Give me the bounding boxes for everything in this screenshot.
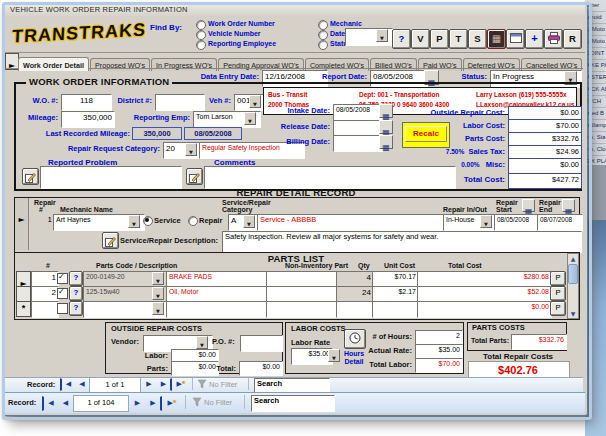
- subnav-new-record-button[interactable]: ▶*: [172, 378, 190, 391]
- mainnav-first-button[interactable]: ◀: [42, 396, 59, 411]
- find-by-combo-arrow-icon[interactable]: [376, 29, 388, 42]
- parts-row-checkbox[interactable]: [57, 288, 68, 299]
- bg-list-item: adlamp: [585, 120, 606, 132]
- reported-problem-edit-button[interactable]: [22, 168, 39, 185]
- radio-date[interactable]: [318, 30, 328, 40]
- repair-inout-arrow-icon[interactable]: [480, 215, 492, 228]
- district-field[interactable]: [155, 94, 205, 111]
- description-label: Service/Repair Description:: [120, 236, 218, 245]
- reported-problem-field[interactable]: [40, 166, 182, 189]
- scroll-down-icon[interactable]: ▼: [568, 309, 578, 318]
- subnav-previous-button[interactable]: ◀: [75, 378, 89, 391]
- p-button[interactable]: P: [430, 29, 449, 49]
- scroll-up-icon[interactable]: ▲: [568, 254, 578, 263]
- print-button[interactable]: [544, 29, 563, 49]
- cost-label-text: Labor Cost:: [463, 121, 505, 130]
- total-labor-label: Total Labor:: [365, 360, 412, 369]
- description-edit-button[interactable]: [102, 232, 119, 249]
- subnav-first-button[interactable]: ◀: [60, 378, 76, 391]
- total-repair-costs-label: Total Repair Costs: [468, 352, 568, 361]
- repair-row-selector[interactable]: ►: [15, 198, 29, 250]
- window-switch-button[interactable]: [506, 29, 525, 49]
- hours-detail-button[interactable]: [344, 329, 366, 349]
- repair-end-calendar-icon[interactable]: [562, 199, 575, 212]
- mechanic-combo-arrow-icon[interactable]: [128, 215, 140, 228]
- parts-p-button[interactable]: P: [550, 286, 566, 301]
- parts-p-button[interactable]: P: [550, 271, 566, 286]
- mileage-field[interactable]: 350,000: [61, 111, 115, 128]
- parts-code-arrow-icon[interactable]: [152, 272, 164, 285]
- tab-in-progress[interactable]: In Progress WO's: [151, 58, 217, 71]
- parts-desc-field[interactable]: [166, 301, 268, 318]
- radio-mechanic[interactable]: [318, 20, 328, 30]
- tab-work-order-detail[interactable]: Work Order Detail: [18, 57, 89, 71]
- repair-start-field[interactable]: 08/05/2008: [494, 214, 540, 231]
- s-button[interactable]: S: [468, 29, 487, 49]
- repair-radio[interactable]: [188, 216, 198, 226]
- outside-repair-cost-label: Outside Repair Cost:: [360, 108, 505, 117]
- parts-help-button[interactable]: ?: [69, 301, 83, 316]
- radio-status[interactable]: [318, 40, 328, 50]
- labor-rate-combo[interactable]: $35.00: [291, 348, 333, 365]
- record-selector-arrow-icon: ►: [15, 214, 28, 226]
- reporting-emp-arrow-icon[interactable]: [244, 112, 256, 125]
- repair-end-field[interactable]: 08/07/2008: [537, 214, 583, 231]
- service-radio[interactable]: [143, 216, 153, 226]
- t-button[interactable]: T: [449, 29, 468, 49]
- parts-noninv-field[interactable]: [266, 301, 338, 318]
- add-record-button[interactable]: +: [525, 29, 544, 49]
- parts-code-arrow-icon[interactable]: [152, 287, 164, 300]
- scrollbar-thumb[interactable]: [568, 264, 578, 284]
- parts-qty-field[interactable]: [336, 301, 374, 318]
- subnav-no-filter[interactable]: No Filter: [209, 380, 237, 389]
- parts-p-button[interactable]: P: [550, 301, 566, 316]
- hours-field[interactable]: 2: [415, 330, 463, 345]
- actual-rate-field[interactable]: $35.00: [415, 344, 463, 359]
- mainnav-last-button[interactable]: ▶: [145, 396, 162, 411]
- help-button[interactable]: ?: [392, 29, 411, 49]
- repair-category-arrow-icon[interactable]: [185, 143, 197, 156]
- v-button[interactable]: V: [411, 29, 430, 49]
- repair-start-calendar-icon[interactable]: [522, 199, 535, 212]
- background-panel: [585, 220, 606, 436]
- parts-new-row-selector[interactable]: *: [16, 301, 31, 317]
- description-field[interactable]: Safety inspection. Review all major syst…: [222, 231, 582, 253]
- veh-combo-arrow-icon[interactable]: [249, 95, 261, 108]
- po-number-field[interactable]: [240, 335, 283, 352]
- radio-vehicle-number[interactable]: [196, 30, 206, 40]
- radio-reporting-employee-label: Reporting Employee: [208, 40, 276, 47]
- mainnav-next-button[interactable]: ▶: [130, 396, 145, 411]
- parts-row-selector[interactable]: ►: [16, 271, 31, 287]
- outside-parts-label: Parts:: [138, 364, 168, 373]
- vendor-combo-arrow-icon[interactable]: [196, 336, 208, 349]
- repair-header-start-2: Start: [496, 206, 512, 213]
- tab-proposed[interactable]: Proposed WO's: [90, 58, 150, 71]
- comments-edit-button[interactable]: [186, 168, 203, 185]
- mainnav-search-input[interactable]: Search: [251, 395, 335, 412]
- mainnav-no-filter[interactable]: No Filter: [204, 398, 232, 407]
- last-mileage-date: 08/05/2008: [184, 127, 242, 140]
- calculator-button[interactable]: ▦: [487, 29, 506, 49]
- bg-list-item: arter: [585, 0, 606, 12]
- radio-work-order-number[interactable]: [196, 20, 206, 30]
- cost-label-text: Total Cost:: [464, 175, 505, 184]
- parts-row-checkbox[interactable]: [57, 303, 68, 314]
- parts-row-checkbox[interactable]: [57, 273, 68, 284]
- parts-unit-field[interactable]: [372, 301, 419, 318]
- subnav-next-button[interactable]: ▶: [142, 378, 156, 391]
- parts-help-button[interactable]: ?: [69, 271, 83, 286]
- r-button[interactable]: R: [563, 29, 582, 49]
- mainnav-previous-button[interactable]: ◀: [58, 396, 73, 411]
- radio-reporting-employee[interactable]: [196, 40, 206, 50]
- wo-number-field[interactable]: 118: [61, 94, 112, 111]
- subnav-last-button[interactable]: ▶: [156, 378, 172, 391]
- parts-code-arrow-icon[interactable]: [152, 302, 164, 315]
- work-order-info-title: WORK ORDER INFORMATION: [26, 76, 172, 87]
- parts-scrollbar[interactable]: ▲ ▼: [567, 253, 579, 319]
- service-category-arrow-icon[interactable]: [243, 215, 255, 228]
- parts-help-button[interactable]: ?: [69, 286, 83, 301]
- bg-list-item: L Moto: [585, 36, 606, 48]
- parts-row-selector[interactable]: [16, 286, 31, 302]
- mainnav-new-record-button[interactable]: ▶*: [163, 396, 181, 411]
- bg-list-item: ITCH: [585, 96, 606, 108]
